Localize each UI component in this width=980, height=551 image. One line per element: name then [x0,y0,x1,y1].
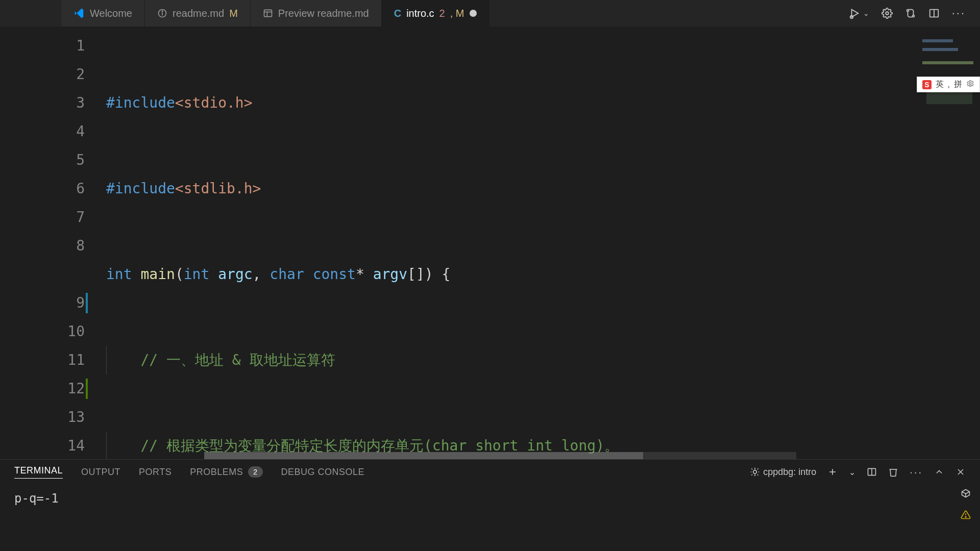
line-number: 10 [0,317,85,346]
chevron-down-icon: ⌄ [863,9,869,17]
svg-rect-3 [264,10,272,16]
code-editor[interactable]: #include<stdio.h> #include<stdlib.h> int… [102,27,980,459]
c-lang-icon: C [394,8,401,19]
panel-tab-ports[interactable]: PORTS [139,467,172,478]
kill-terminal-icon[interactable] [888,467,898,477]
line-number: 7 [0,203,85,232]
vscode-icon [74,8,85,19]
panel-more-icon[interactable]: ··· [910,466,923,478]
line-number: 4 [0,117,85,146]
git-modified-gutter-icon [86,293,88,313]
tab-readme[interactable]: readme.md M [145,0,251,27]
editor-actions: ⌄ ··· [835,7,980,20]
bottom-panel: TERMINAL OUTPUT PORTS PROBLEMS 2 DEBUG C… [0,459,980,551]
panel-actions: cppdbg: intro ⌄ ··· [750,466,966,478]
line-number: 5 [0,146,85,174]
line-number: 12 [0,374,85,403]
tab-intro-c[interactable]: C intro.c 2, M [382,0,489,27]
line-number: 14 [0,432,85,459]
line-number: 2 [0,60,85,89]
line-number: 11 [0,346,85,374]
line-number: 6 [0,174,85,203]
panel-tab-problems[interactable]: PROBLEMS 2 [190,466,262,478]
terminal-body[interactable]: p-q=-1 [0,484,980,551]
ime-sep: , [948,80,950,89]
maximize-panel-icon[interactable] [934,467,944,477]
line-number: 9 [0,289,85,317]
tab-label: intro.c [406,8,434,19]
line-number-gutter: 1 2 3 4 5 6 7 8 . 9 10 11 12 13 14 [0,27,102,459]
extension-icon[interactable] [961,487,971,502]
problems-count-badge: 2 [248,466,262,478]
tab-preview-readme[interactable]: Preview readme.md [251,0,382,27]
settings-gear-icon[interactable] [881,8,893,19]
terminal-dropdown-button[interactable]: ⌄ [849,467,855,477]
close-panel-icon[interactable] [955,467,966,477]
svg-point-22 [965,516,966,517]
tab-welcome[interactable]: Welcome [61,0,145,27]
tab-modified-indicator: M [229,8,238,19]
ime-logo-icon: S [922,80,931,89]
tab-label: Preview readme.md [278,8,369,19]
line-number: 1 [0,32,85,60]
svg-point-10 [912,15,914,17]
terminal-side-icons [961,487,971,523]
svg-point-2 [162,11,163,12]
line-number: 3 [0,89,85,117]
svg-point-9 [906,10,909,12]
panel-tab-output[interactable]: OUTPUT [81,467,120,478]
ime-lang-label: 英 [936,79,944,90]
ime-floating-bar[interactable]: S 英 , 拼 [917,77,980,92]
editor-area: 1 2 3 4 5 6 7 8 . 9 10 11 12 13 14 #incl… [0,27,980,459]
split-terminal-icon[interactable] [867,467,877,477]
tab-label: readme.md [173,8,224,19]
tab-modified-indicator: , M [450,8,464,19]
panel-tab-debug-console[interactable]: DEBUG CONSOLE [281,467,365,478]
launch-profile-button[interactable]: cppdbg: intro [750,467,816,478]
git-added-gutter-icon [86,379,88,399]
svg-point-13 [753,470,757,474]
run-debug-button[interactable]: ⌄ [849,8,869,19]
panel-tab-terminal[interactable]: TERMINAL [14,465,63,479]
terminal-output-line: p-q=-1 [14,491,59,506]
ime-settings-icon[interactable] [966,80,974,90]
line-number: 13 [0,403,85,432]
ime-mode-label: 拼 [954,79,962,90]
horizontal-scrollbar[interactable] [204,452,796,459]
new-terminal-button[interactable] [827,467,838,477]
svg-point-23 [969,83,971,85]
panel-tab-bar: TERMINAL OUTPUT PORTS PROBLEMS 2 DEBUG C… [0,460,980,484]
line-number: 8 [0,232,85,260]
tab-problems-count: 2 [439,8,445,19]
more-actions-icon[interactable]: ··· [952,7,966,20]
svg-point-8 [886,12,889,15]
info-icon [157,8,167,18]
diff-icon[interactable] [905,8,916,19]
tab-label: Welcome [90,8,132,19]
split-editor-icon[interactable] [928,8,940,19]
warning-icon[interactable] [961,509,971,523]
editor-tab-bar: Welcome readme.md M Preview readme.md C … [0,0,980,27]
preview-icon [263,8,273,18]
unsaved-dot-icon [470,10,477,17]
